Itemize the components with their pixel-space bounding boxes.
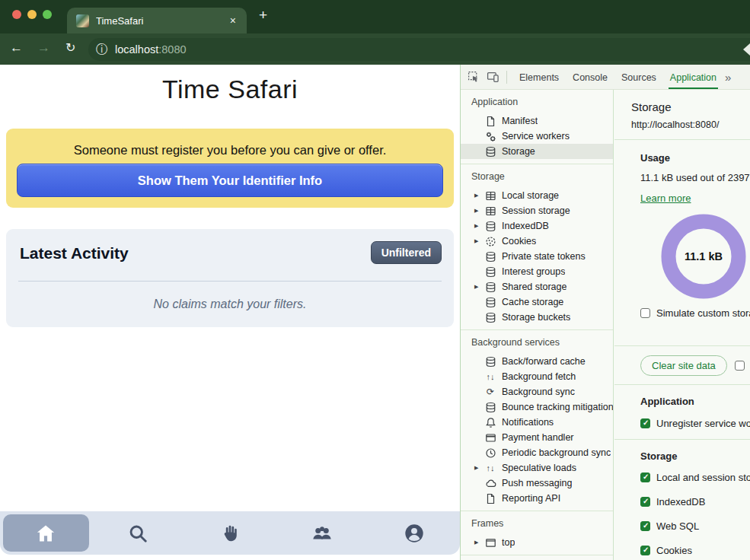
check-row-cookies: Cookies xyxy=(640,545,750,556)
expand-arrow-icon[interactable]: ▶ xyxy=(474,539,484,546)
address-bar[interactable]: ⓘ localhost :8080 xyxy=(88,38,750,61)
storage-pane-title: Storage xyxy=(631,100,750,113)
devtools-tab-application[interactable]: Application xyxy=(663,65,723,90)
sidebar-item-periodic-background-sync[interactable]: Periodic background sync xyxy=(461,445,613,460)
sidebar-item-reporting-api[interactable]: Reporting API xyxy=(461,491,613,506)
clock-icon xyxy=(484,447,496,459)
simulate-custom-storage-checkbox[interactable] xyxy=(640,308,650,318)
sidebar-item-top[interactable]: ▶top xyxy=(461,535,613,550)
page-title: Time Safari xyxy=(0,75,460,104)
home-icon xyxy=(34,522,57,545)
devtools-tab-elements[interactable]: Elements xyxy=(512,65,566,90)
sidebar-item-manifest[interactable]: Manifest xyxy=(461,113,613,129)
browser-tab[interactable]: TimeSafari × xyxy=(67,8,247,33)
sidebar-item-private-state-tokens[interactable]: Private state tokens xyxy=(461,249,613,264)
devtools-panel: ElementsConsoleSourcesApplication » Appl… xyxy=(460,65,750,560)
indexeddb-checkbox[interactable] xyxy=(640,497,650,507)
close-window-button[interactable] xyxy=(12,10,21,19)
sidebar-item-label: Speculative loads xyxy=(502,463,576,473)
sidebar-item-label: Storage xyxy=(502,146,535,157)
back-button[interactable]: ← xyxy=(10,40,23,56)
storage-section-heading: Storage xyxy=(640,450,750,462)
local-and-session-stor-checkbox[interactable] xyxy=(640,473,650,482)
expand-arrow-icon[interactable]: ▶ xyxy=(474,223,484,229)
people-icon xyxy=(311,522,334,545)
checkbox-label: Cookies xyxy=(656,545,692,556)
inspect-element-icon[interactable] xyxy=(468,71,480,83)
tab-close-icon[interactable]: × xyxy=(228,14,238,27)
sidebar-item-storage-buckets[interactable]: Storage buckets xyxy=(461,310,613,325)
expand-arrow-icon[interactable]: ▶ xyxy=(474,284,484,290)
more-tabs-icon[interactable]: » xyxy=(725,71,731,84)
bottom-navigation xyxy=(0,511,460,555)
bell-icon xyxy=(484,416,496,428)
sidebar-item-background-fetch[interactable]: ↑↓Background fetch xyxy=(461,369,613,384)
sidebar-item-interest-groups[interactable]: Interest groups xyxy=(461,264,613,279)
sidebar-item-session-storage[interactable]: ▶Session storage xyxy=(461,203,613,218)
sidebar-item-back-forward-cache[interactable]: Back/forward cache xyxy=(461,354,613,369)
devtools-tab-sources[interactable]: Sources xyxy=(614,65,663,90)
alert-message: Someone must register you before you can… xyxy=(6,143,454,158)
sidebar-item-label: Background sync xyxy=(502,387,575,397)
sidebar-item-push-messaging[interactable]: Push messaging xyxy=(461,476,613,491)
sidebar-item-label: Private state tokens xyxy=(502,251,586,262)
updown-icon: ↑↓ xyxy=(484,462,496,474)
nav-item-search[interactable] xyxy=(92,511,184,555)
expand-arrow-icon[interactable]: ▶ xyxy=(474,192,484,199)
new-tab-button[interactable]: + xyxy=(259,7,267,24)
sidebar-item-service-workers[interactable]: Service workers xyxy=(461,129,613,144)
expand-arrow-icon[interactable]: ▶ xyxy=(474,208,484,214)
sidebar-item-background-sync[interactable]: ⟳Background sync xyxy=(461,384,613,399)
nav-item-people[interactable] xyxy=(276,511,368,555)
check-row-indexeddb: IndexedDB xyxy=(640,496,750,508)
usage-text: 11.1 kB used out of 239779 xyxy=(640,172,750,183)
sidebar-item-label: Storage buckets xyxy=(502,312,570,323)
sidebar-item-storage[interactable]: Storage xyxy=(461,144,613,159)
devtools-tab-console[interactable]: Console xyxy=(566,65,614,90)
divider xyxy=(18,281,442,282)
expand-arrow-icon[interactable]: ▶ xyxy=(474,465,484,471)
divider xyxy=(614,439,750,440)
table-icon xyxy=(484,189,496,202)
nav-item-person[interactable] xyxy=(368,511,460,555)
device-toolbar-icon[interactable] xyxy=(487,71,499,83)
web-sql-checkbox[interactable] xyxy=(640,521,650,531)
show-identifier-info-button[interactable]: Show Them Your Identifier Info xyxy=(17,164,443,197)
sidebar-item-label: Push messaging xyxy=(502,478,572,488)
sidebar-item-payment-handler[interactable]: Payment handler xyxy=(461,430,613,445)
nav-item-hand[interactable] xyxy=(184,511,276,555)
tab-strip: TimeSafari × + xyxy=(0,0,750,33)
minimize-window-button[interactable] xyxy=(27,10,37,19)
search-icon xyxy=(126,522,149,545)
nav-item-home[interactable] xyxy=(0,511,92,555)
unfiltered-filter-button[interactable]: Unfiltered xyxy=(371,241,442,264)
sidebar-item-indexeddb[interactable]: ▶IndexedDB xyxy=(461,218,613,234)
sidebar-item-local-storage[interactable]: ▶Local storage xyxy=(461,188,613,203)
unregister-service-wor-checkbox[interactable] xyxy=(640,418,650,428)
sidebar-item-label: Manifest xyxy=(502,116,538,126)
site-info-icon[interactable]: ⓘ xyxy=(96,42,108,58)
clear-site-data-button[interactable]: Clear site data xyxy=(640,355,727,376)
expand-arrow-icon[interactable]: ▶ xyxy=(474,238,484,244)
reload-button[interactable]: ↻ xyxy=(65,40,75,55)
browser-window: TimeSafari × + ← → ↻ ⓘ localhost :8080 T… xyxy=(0,0,750,560)
sidebar-item-cookies[interactable]: ▶Cookies xyxy=(461,234,613,249)
sidebar-item-speculative-loads[interactable]: ▶↑↓Speculative loads xyxy=(461,460,613,476)
maximize-window-button[interactable] xyxy=(43,10,52,19)
devtools-tabs-container: ElementsConsoleSourcesApplication xyxy=(512,65,723,89)
donut-usage-label: 11.1 kB xyxy=(661,250,746,262)
db-icon xyxy=(484,401,496,413)
including-third-party-checkbox[interactable] xyxy=(735,361,745,371)
latest-activity-card: Latest Activity Unfiltered No claims mat… xyxy=(6,229,454,327)
sidebar-item-notifications[interactable]: Notifications xyxy=(461,415,613,430)
sidebar-item-label: top xyxy=(502,537,515,548)
person-icon xyxy=(403,522,426,545)
updown-icon: ↑↓ xyxy=(484,371,496,383)
cookies-checkbox[interactable] xyxy=(640,546,650,555)
learn-more-link[interactable]: Learn more xyxy=(640,192,691,204)
sidebar-item-bounce-tracking-mitigation[interactable]: Bounce tracking mitigation xyxy=(461,399,613,415)
sidebar-item-shared-storage[interactable]: ▶Shared storage xyxy=(461,279,613,294)
sidebar-item-cache-storage[interactable]: Cache storage xyxy=(461,294,613,310)
latest-activity-heading: Latest Activity xyxy=(20,244,129,262)
table-icon xyxy=(484,205,496,217)
